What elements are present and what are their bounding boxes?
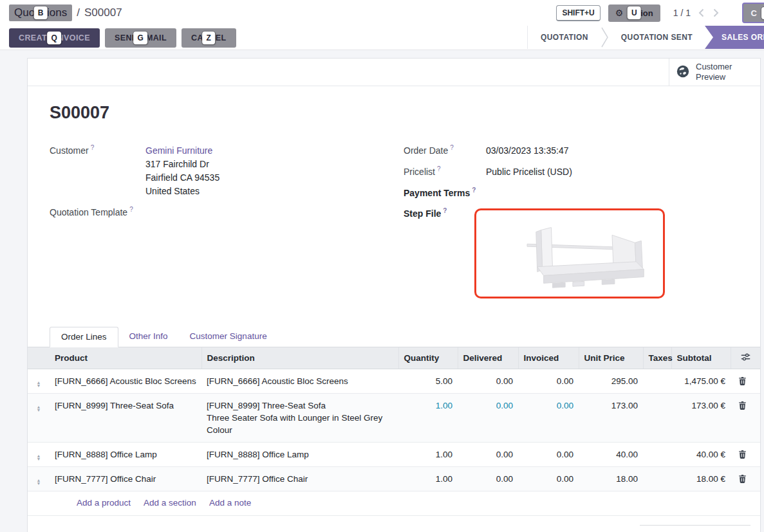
cell-invoiced[interactable]: 0.00 [518, 394, 579, 443]
cell-unit-price[interactable]: 173.00 [579, 394, 643, 443]
help-icon: ? [91, 144, 95, 151]
cancel-button[interactable]: CANCEL Z [182, 28, 236, 48]
shortcut-badge: SHIFT+U [556, 5, 600, 21]
drag-handle-icon[interactable]: ▲▼ [28, 369, 50, 394]
delete-line-button[interactable] [736, 401, 747, 412]
globe-icon [676, 64, 690, 80]
column-header-handle [28, 347, 50, 369]
order-line-row[interactable]: ▲▼[FURN_7777] Office Chair[FURN_7777] Of… [28, 467, 760, 491]
create-button[interactable]: C [742, 3, 764, 23]
drag-handle-icon[interactable]: ▲▼ [28, 394, 50, 443]
cell-actions [731, 443, 760, 467]
breadcrumb-quotations[interactable]: Quotations B [9, 5, 72, 21]
column-header-product[interactable]: Product [50, 347, 201, 369]
column-header-taxes[interactable]: Taxes [643, 347, 671, 369]
order-date-label: Order Date? [404, 144, 486, 158]
tab-other-info[interactable]: Other Info [118, 327, 179, 347]
cell-taxes[interactable] [643, 394, 671, 443]
order-line-row[interactable]: ▲▼[FURN_8888] Office Lamp[FURN_8888] Off… [28, 443, 760, 467]
status-step-sales-order[interactable]: SALES ORDER [705, 26, 764, 49]
cell-subtotal: 173.00 € [671, 394, 731, 443]
tab-order-lines[interactable]: Order Lines [50, 327, 118, 347]
delete-line-button[interactable] [736, 376, 747, 387]
cell-invoiced[interactable]: 0.00 [518, 443, 579, 467]
add-a-product-link[interactable]: Add a product [77, 498, 131, 508]
cell-description[interactable]: [FURN_8999] Three-Seat SofaThree Seater … [201, 394, 398, 443]
cell-description[interactable]: [FURN_7777] Office Chair [201, 467, 398, 491]
step-file-label: Step File? [404, 207, 486, 298]
step-file-field-row: Step File? [404, 207, 738, 298]
action-menu-button[interactable]: ⚙ Action U [608, 5, 660, 22]
column-header-delivered[interactable]: Delivered [458, 347, 518, 369]
cell-product[interactable]: [FURN_6666] Acoustic Bloc Screens [50, 369, 201, 394]
pricelist-value[interactable]: Public Pricelist (USD) [486, 165, 572, 179]
cell-delivered[interactable]: 0.00 [458, 467, 518, 491]
keyboard-hint-badge: Q [48, 32, 62, 44]
pager-prev-icon[interactable] [698, 8, 704, 17]
cell-unit-price[interactable]: 18.00 [579, 467, 643, 491]
sheet-body: S00007 Customer? Gemini Furniture 317 Fa… [28, 103, 760, 347]
tab-customer-signature[interactable]: Customer Signature [179, 327, 278, 347]
cell-quantity[interactable]: 1.00 [398, 394, 458, 443]
cell-taxes[interactable] [643, 467, 671, 491]
order-line-row[interactable]: ▲▼[FURN_6666] Acoustic Bloc Screens[FURN… [28, 369, 760, 394]
delete-line-button[interactable] [736, 450, 747, 461]
cell-unit-price[interactable]: 40.00 [579, 443, 643, 467]
cell-quantity[interactable]: 1.00 [398, 443, 458, 467]
drag-handle-icon[interactable]: ▲▼ [28, 467, 50, 491]
column-header-subtotal[interactable]: Subtotal [671, 347, 731, 369]
column-header-unit-price[interactable]: Unit Price [579, 347, 643, 369]
status-step-quotation[interactable]: QUOTATION [528, 26, 601, 49]
chevron-right-icon [601, 26, 608, 49]
quotation-template-input[interactable] [145, 206, 274, 219]
quotation-template-field-row: Quotation Template? [50, 206, 394, 219]
optional-columns-icon[interactable] [731, 347, 760, 369]
customer-link[interactable]: Gemini Furniture [145, 145, 212, 156]
keyboard-hint-badge: G [134, 32, 148, 44]
column-header-invoiced[interactable]: Invoiced [518, 347, 579, 369]
sheet-footer: Terms and conditions... Total: 1,706.00 … [28, 516, 760, 532]
customer-field-row: Customer? Gemini Furniture 317 Fairchild… [50, 144, 394, 198]
cell-product[interactable]: [FURN_7777] Office Chair [50, 467, 201, 491]
create-invoice-button[interactable]: CREATE INVOICE Q [9, 28, 100, 48]
step-file-image[interactable] [474, 208, 665, 298]
pager-next-icon[interactable] [713, 8, 719, 17]
column-header-description[interactable]: Description [201, 347, 398, 369]
cell-quantity[interactable]: 5.00 [398, 369, 458, 394]
add-a-section-link[interactable]: Add a section [144, 498, 196, 508]
cell-taxes[interactable] [643, 369, 671, 394]
column-header-quantity[interactable]: Quantity [398, 347, 458, 369]
cell-delivered[interactable]: 0.00 [458, 443, 518, 467]
terms-placeholder[interactable]: Terms and conditions... [50, 525, 142, 532]
send-email-button[interactable]: SEND EMAIL G [105, 28, 176, 48]
cell-product[interactable]: [FURN_8888] Office Lamp [50, 443, 201, 467]
action-buttons-row: CREATE INVOICE Q SEND EMAIL G CANCEL Z Q… [0, 26, 764, 50]
cell-delivered[interactable]: 0.00 [458, 369, 518, 394]
help-icon: ? [450, 144, 454, 151]
list-footer-links: Add a productAdd a sectionAdd a note [28, 491, 760, 516]
cell-invoiced[interactable]: 0.00 [518, 467, 579, 491]
cell-description[interactable]: [FURN_8888] Office Lamp [201, 443, 398, 467]
trash-icon [738, 376, 747, 387]
gear-icon: ⚙ [615, 8, 624, 17]
cell-unit-price[interactable]: 295.00 [579, 369, 643, 394]
cell-description[interactable]: [FURN_6666] Acoustic Bloc Screens [201, 369, 398, 394]
order-line-row[interactable]: ▲▼[FURN_8999] Three-Seat Sofa[FURN_8999]… [28, 394, 760, 443]
field-column-left: Customer? Gemini Furniture 317 Fairchild… [50, 144, 394, 306]
help-icon: ? [443, 207, 447, 214]
cell-product[interactable]: [FURN_8999] Three-Seat Sofa [50, 394, 201, 443]
cell-taxes[interactable] [643, 443, 671, 467]
create-button-label: C [751, 8, 757, 18]
cell-delivered[interactable]: 0.00 [458, 394, 518, 443]
cell-invoiced[interactable]: 0.00 [518, 369, 579, 394]
customer-preview-button[interactable]: Customer Preview [669, 59, 760, 86]
order-date-value[interactable]: 03/03/2023 13:35:47 [486, 144, 568, 158]
trash-icon [738, 450, 747, 461]
payment-terms-input[interactable] [486, 187, 615, 199]
help-icon: ? [129, 206, 133, 213]
drag-handle-icon[interactable]: ▲▼ [28, 443, 50, 467]
add-a-note-link[interactable]: Add a note [209, 498, 251, 508]
cell-quantity[interactable]: 1.00 [398, 467, 458, 491]
status-step-quotation-sent[interactable]: QUOTATION SENT [608, 26, 705, 49]
delete-line-button[interactable] [736, 474, 747, 485]
